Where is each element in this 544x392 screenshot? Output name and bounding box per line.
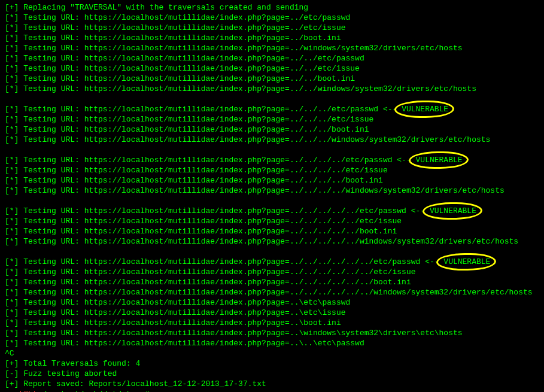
- terminal-line: [*] Testing URL: https://localhost/mutil…: [5, 186, 539, 196]
- line-text: Fuzz testing aborted: [23, 369, 117, 378]
- line-text: Total Traversals found: 4: [23, 359, 140, 368]
- terminal-line: ^C: [5, 348, 539, 358]
- line-prefix: [*]: [5, 186, 23, 195]
- line-prefix: [*]: [5, 23, 23, 32]
- line-text: [5, 247, 10, 256]
- line-text: Testing URL: https://localhost/mutillida…: [23, 186, 505, 195]
- terminal-line: [*] Testing URL: https://localhost/mutil…: [5, 155, 539, 165]
- terminal-line: [5, 247, 539, 257]
- line-text: Testing URL: https://localhost/mutillida…: [23, 278, 411, 287]
- terminal-line: [*] Testing URL: https://localhost/mutil…: [5, 175, 539, 186]
- line-prefix: [*]: [5, 156, 23, 165]
- terminal-line: [*] Testing URL: https://localhost/mutil…: [5, 287, 539, 297]
- line-prefix: [*]: [5, 217, 23, 226]
- line-prefix: [*]: [5, 298, 23, 307]
- terminal-line: [*] Testing URL: https://localhost/mutil…: [5, 338, 539, 348]
- line-text: Testing URL: https://localhost/mutillida…: [23, 166, 388, 175]
- line-text: Testing URL: https://localhost/mutillida…: [23, 257, 439, 266]
- line-text: [5, 95, 10, 104]
- terminal-line: [5, 145, 539, 155]
- terminal-line: [*] Testing URL: https://localhost/mutil…: [5, 23, 539, 33]
- line-text: Testing URL: https://localhost/mutillida…: [23, 64, 360, 73]
- terminal-line: [*] Testing URL: https://localhost/mutil…: [5, 318, 539, 328]
- line-prefix: [*]: [5, 54, 23, 63]
- terminal-line: [*] Testing URL: https://localhost/mutil…: [5, 135, 539, 145]
- terminal-line: [*] Testing URL: https://localhost/mutil…: [5, 13, 539, 23]
- line-text: Testing URL: https://localhost/mutillida…: [23, 288, 532, 297]
- terminal-line: [*] Testing URL: https://localhost/mutil…: [5, 33, 539, 43]
- line-text: Testing URL: https://localhost/mutillida…: [23, 176, 383, 185]
- line-prefix: [*]: [5, 74, 23, 83]
- terminal-line: [*] Testing URL: https://localhost/mutil…: [5, 104, 539, 114]
- line-prefix: [*]: [5, 268, 23, 276]
- line-text: Testing URL: https://localhost/mutillida…: [23, 105, 397, 114]
- line-prefix: [*]: [5, 84, 23, 93]
- terminal-output: [+] Replacing "TRAVERSAL" with the trave…: [5, 2, 539, 392]
- line-text: Testing URL: https://localhost/mutillida…: [23, 308, 345, 317]
- line-text: Testing URL: https://localhost/mutillida…: [23, 13, 350, 22]
- terminal-line: [*] Testing URL: https://localhost/mutil…: [5, 165, 539, 175]
- terminal-line: [*] Testing URL: https://localhost/mutil…: [5, 308, 539, 318]
- terminal-line: [*] Testing URL: https://localhost/mutil…: [5, 63, 539, 74]
- terminal-line: [5, 94, 539, 104]
- prompt-user: root@bt: [5, 390, 38, 392]
- prompt-path: :/pentest/web/dotdotpwn#: [38, 390, 154, 392]
- terminal-line: [*] Testing URL: https://localhost/mutil…: [5, 277, 539, 287]
- vulnerable-badge: VULNERABLE: [430, 206, 476, 216]
- line-text: Testing URL: https://localhost/mutillida…: [23, 34, 341, 42]
- line-text: Report saved: Reports/localhost_12-12-20…: [23, 379, 266, 388]
- line-prefix: [*]: [5, 257, 23, 266]
- line-prefix: [*]: [5, 125, 23, 134]
- terminal-line: [*] Testing URL: https://localhost/mutil…: [5, 257, 539, 267]
- shell-prompt[interactable]: root@bt:/pentest/web/dotdotpwn#: [5, 389, 539, 392]
- terminal-line: [*] Testing URL: https://localhost/mutil…: [5, 53, 539, 63]
- line-text: ^C: [5, 349, 14, 358]
- terminal-line: [*] Testing URL: https://localhost/mutil…: [5, 43, 539, 53]
- line-text: Testing URL: https://localhost/mutillida…: [23, 227, 397, 236]
- line-prefix: [+]: [5, 359, 23, 368]
- line-prefix: [*]: [5, 115, 23, 124]
- line-text: Testing URL: https://localhost/mutillida…: [23, 115, 373, 124]
- line-text: Testing URL: https://localhost/mutillida…: [23, 135, 490, 144]
- terminal-line: [*] Testing URL: https://localhost/mutil…: [5, 124, 539, 135]
- line-text: [5, 145, 10, 154]
- terminal-line: [5, 196, 539, 206]
- line-text: Testing URL: https://localhost/mutillida…: [23, 84, 476, 93]
- line-text: Testing URL: https://localhost/mutillida…: [23, 298, 350, 307]
- terminal-line: [*] Testing URL: https://localhost/mutil…: [5, 74, 539, 84]
- terminal-line: [*] Testing URL: https://localhost/mutil…: [5, 114, 539, 124]
- terminal-line: [*] Testing URL: https://localhost/mutil…: [5, 267, 539, 277]
- line-prefix: [*]: [5, 206, 23, 215]
- line-prefix: [*]: [5, 278, 23, 287]
- vulnerable-badge: VULNERABLE: [443, 257, 490, 267]
- terminal-line: [*] Testing URL: https://localhost/mutil…: [5, 236, 539, 247]
- terminal-line: [*] Testing URL: https://localhost/mutil…: [5, 84, 539, 94]
- line-text: Testing URL: https://localhost/mutillida…: [23, 44, 462, 53]
- line-text: Testing URL: https://localhost/mutillida…: [23, 237, 518, 246]
- line-prefix: [*]: [5, 34, 23, 42]
- line-prefix: [*]: [5, 227, 23, 236]
- line-prefix: [*]: [5, 13, 23, 22]
- line-text: Testing URL: https://localhost/mutillida…: [23, 54, 364, 63]
- line-text: Testing URL: https://localhost/mutillida…: [23, 318, 341, 327]
- line-prefix: [*]: [5, 44, 23, 53]
- terminal-line: [+] Report saved: Reports/localhost_12-1…: [5, 379, 539, 389]
- terminal-line: [+] Total Traversals found: 4: [5, 358, 539, 369]
- terminal-line: [*] Testing URL: https://localhost/mutil…: [5, 216, 539, 226]
- line-prefix: [-]: [5, 369, 23, 378]
- line-prefix: [+]: [5, 3, 23, 12]
- line-text: Testing URL: https://localhost/mutillida…: [23, 339, 364, 348]
- line-text: [5, 196, 10, 205]
- line-text: Testing URL: https://localhost/mutillida…: [23, 217, 402, 226]
- line-prefix: [*]: [5, 166, 23, 175]
- line-text: Testing URL: https://localhost/mutillida…: [23, 125, 369, 134]
- line-prefix: [*]: [5, 237, 23, 246]
- line-text: Testing URL: https://localhost/mutillida…: [23, 329, 462, 338]
- line-prefix: [*]: [5, 64, 23, 73]
- line-prefix: [*]: [5, 339, 23, 348]
- line-prefix: [*]: [5, 318, 23, 327]
- terminal-line: [*] Testing URL: https://localhost/mutil…: [5, 297, 539, 308]
- terminal-line: [-] Fuzz testing aborted: [5, 369, 539, 379]
- line-text: Testing URL: https://localhost/mutillida…: [23, 268, 415, 276]
- line-prefix: [*]: [5, 308, 23, 317]
